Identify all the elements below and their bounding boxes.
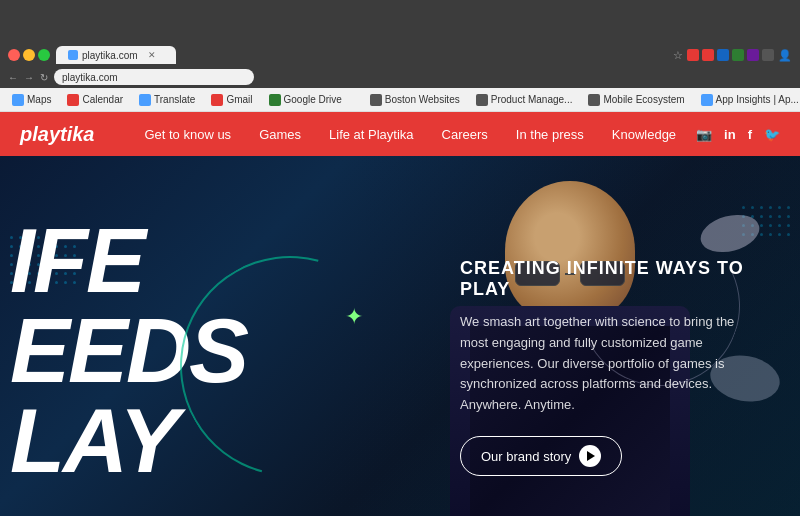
bookmark-label: Mobile Ecosystem: [603, 94, 684, 105]
appinsights-icon: [701, 94, 713, 106]
hero-subtitle: CREATING INFINITE WAYS TO PLAY: [460, 258, 760, 300]
tab-favicon: [68, 50, 78, 60]
profile-icon[interactable]: 👤: [778, 49, 792, 62]
ext-icon-3: [717, 49, 729, 61]
bookmark-drive[interactable]: Google Drive: [265, 92, 346, 108]
forward-button[interactable]: →: [24, 72, 34, 83]
nav-social: 📷 in f 🐦: [696, 127, 780, 142]
browser-chrome: [0, 0, 800, 44]
brand-story-label: Our brand story: [481, 449, 571, 464]
maximize-button[interactable]: [38, 49, 50, 61]
bookmark-label: Product Manage...: [491, 94, 573, 105]
ext-icon-5: [747, 49, 759, 61]
bookmark-gmail[interactable]: Gmail: [207, 92, 256, 108]
bookmark-mobile[interactable]: Mobile Ecosystem: [584, 92, 688, 108]
bookmark-calendar[interactable]: Calendar: [63, 92, 127, 108]
close-button[interactable]: [8, 49, 20, 61]
linkedin-icon[interactable]: in: [724, 127, 736, 142]
gmail-icon: [211, 94, 223, 106]
tab-close-icon[interactable]: ✕: [148, 50, 156, 60]
play-triangle-icon: [587, 451, 595, 461]
nav-knowledge[interactable]: Knowledge: [612, 127, 676, 142]
site-logo: playtika: [20, 123, 94, 146]
brand-story-button[interactable]: Our brand story: [460, 436, 622, 476]
bookmark-label: Google Drive: [284, 94, 342, 105]
mobile-icon: [588, 94, 600, 106]
nav-careers[interactable]: Careers: [442, 127, 488, 142]
nav-games[interactable]: Games: [259, 127, 301, 142]
drive-icon: [269, 94, 281, 106]
bottom-section: OUR GAMES: [0, 516, 800, 521]
url-text: playtika.com: [62, 72, 118, 83]
minimize-button[interactable]: [23, 49, 35, 61]
twitter-icon[interactable]: 🐦: [764, 127, 780, 142]
bookmark-translate[interactable]: Translate: [135, 92, 199, 108]
ext-icon-1: [687, 49, 699, 61]
hero-content: CREATING INFINITE WAYS TO PLAY We smash …: [460, 258, 760, 476]
bookmark-maps[interactable]: Maps: [8, 92, 55, 108]
nav-life[interactable]: Life at Playtika: [329, 127, 414, 142]
hero-description: We smash art together with science to br…: [460, 312, 760, 416]
boston-icon: [370, 94, 382, 106]
sparkle-star: ✦: [345, 304, 363, 330]
play-button-circle: [579, 445, 601, 467]
bookmark-label: Translate: [154, 94, 195, 105]
tab-label: playtika.com: [82, 50, 138, 61]
instagram-icon[interactable]: 📷: [696, 127, 712, 142]
product-icon: [476, 94, 488, 106]
nav-get-to-know[interactable]: Get to know us: [144, 127, 231, 142]
address-bar[interactable]: playtika.com: [54, 69, 254, 85]
bookmark-label: Boston Websites: [385, 94, 460, 105]
facebook-icon[interactable]: f: [748, 127, 752, 142]
bookmark-label: App Insights | Ap...: [716, 94, 799, 105]
nav-press[interactable]: In the press: [516, 127, 584, 142]
hero-section: IFE EEDS LAY ✦ CREATING INFINITE WAYS TO…: [0, 156, 800, 516]
bookmark-label: Gmail: [226, 94, 252, 105]
reload-button[interactable]: ↻: [40, 72, 48, 83]
maps-icon: [12, 94, 24, 106]
bookmark-boston[interactable]: Boston Websites: [366, 92, 464, 108]
ext-icon-4: [732, 49, 744, 61]
bookmark-label: Maps: [27, 94, 51, 105]
bookmark-product[interactable]: Product Manage...: [472, 92, 577, 108]
bookmark-appinsights[interactable]: App Insights | Ap...: [697, 92, 800, 108]
bookmark-label: Calendar: [82, 94, 123, 105]
bookmarks-bar: Maps Calendar Translate Gmail Google Dri…: [0, 88, 800, 112]
calendar-icon: [67, 94, 79, 106]
site-navigation: playtika Get to know us Games Life at Pl…: [0, 112, 800, 156]
translate-icon: [139, 94, 151, 106]
nav-links: Get to know us Games Life at Playtika Ca…: [144, 127, 676, 142]
back-button[interactable]: ←: [8, 72, 18, 83]
ext-icon-2: [702, 49, 714, 61]
ext-icon-6: [762, 49, 774, 61]
star-icon[interactable]: ☆: [673, 49, 683, 62]
